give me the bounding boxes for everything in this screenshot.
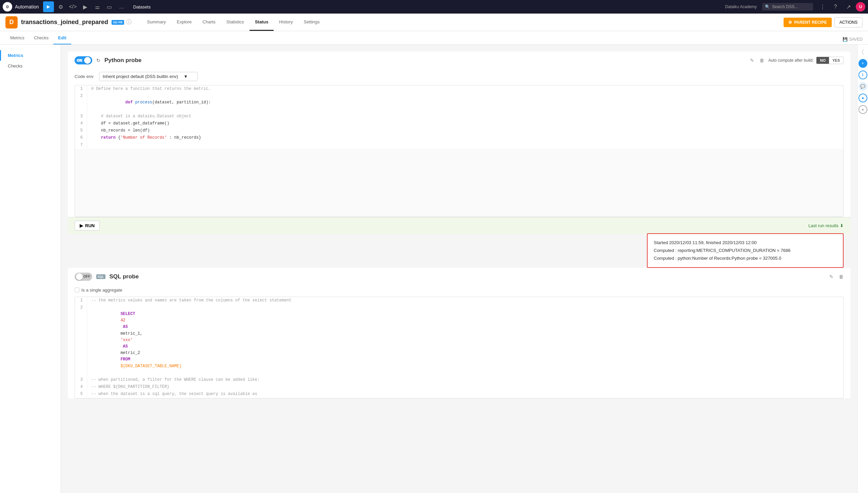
sql-badge: SQL: [96, 274, 105, 279]
chevron-down-icon: ▼: [183, 74, 188, 79]
user-avatar[interactable]: U: [856, 2, 865, 12]
grid-icon[interactable]: ⋮: [817, 1, 828, 12]
code-line-7: 7: [75, 142, 843, 149]
code-line-1: 1 # Define here a function that returns …: [75, 85, 843, 93]
delete-probe-icon[interactable]: 🗑: [760, 58, 764, 63]
tab-statistics[interactable]: Statistics: [221, 14, 250, 31]
result-line-2: Computed : reporting:METRICS_COMPUTATION…: [654, 246, 837, 254]
code-icon[interactable]: </>: [67, 1, 78, 12]
sql-line-4: 4 -- WHERE ${DKU_PARTITION_FILTER}: [75, 383, 843, 391]
arrow-down-icon: ⬇: [840, 223, 844, 228]
sql-probe-title: SQL probe: [110, 273, 824, 280]
results-popup: Started 2020/12/03 11:59, finished 2020/…: [647, 233, 844, 268]
app-logo: D: [3, 2, 12, 12]
gear-icon[interactable]: ⚙: [55, 1, 66, 12]
sql-probe-header: OFF SQL SQL probe ✎ 🗑: [68, 268, 850, 285]
play-icon[interactable]: ▶: [80, 1, 91, 12]
sub-tabs: Metrics Checks Edit 💾 SAVED: [0, 31, 868, 45]
yes-button[interactable]: YES: [829, 57, 843, 64]
right-sidebar-circle2-btn[interactable]: ●: [859, 105, 867, 114]
gdpr-badge: GD PR: [112, 20, 124, 25]
content-area: ON ↻ Python probe ✎ 🗑 Auto compute after…: [61, 45, 857, 493]
layers-icon[interactable]: ⚌: [92, 1, 103, 12]
python-probe-title: Python probe: [104, 57, 745, 64]
python-probe-header: ON ↻ Python probe ✎ 🗑 Auto compute after…: [68, 52, 850, 69]
python-probe-toggle[interactable]: ON: [75, 56, 92, 64]
dataset-header: D transactions_joined_prepared GD PR ⓘ S…: [0, 14, 868, 31]
right-sidebar-info-btn[interactable]: i: [859, 71, 867, 79]
sql-probe-toggle[interactable]: OFF: [75, 273, 92, 281]
sql-line-5: 5 -- when the dataset is a sql query, th…: [75, 391, 843, 398]
run-bar: ▶ RUN Last run results ⬇: [68, 217, 850, 234]
parent-recipe-button[interactable]: ⚙ PARENT RECIPE: [784, 18, 831, 27]
tab-charts[interactable]: Charts: [197, 14, 221, 31]
header-tabs: Summary Explore Charts Statistics Status…: [142, 14, 784, 31]
python-code-editor[interactable]: 1 # Define here a function that returns …: [75, 85, 844, 217]
sidebar-item-checks[interactable]: Checks: [0, 61, 61, 71]
edit-sql-probe-icon[interactable]: ✎: [829, 274, 833, 279]
main-layout: Metrics Checks ON ↻ Python probe ✎ 🗑 Aut…: [0, 45, 868, 493]
code-line-6: 6 return {'Number of Records' : nb_recor…: [75, 134, 843, 141]
recipe-icon: ⚙: [788, 20, 792, 25]
help-icon[interactable]: ?: [830, 1, 841, 12]
toggle-knob: [84, 57, 91, 64]
edit-probe-icon[interactable]: ✎: [750, 58, 754, 63]
code-empty-space: [75, 149, 843, 217]
run-button[interactable]: ▶ RUN: [75, 221, 100, 231]
right-sidebar-circle-btn[interactable]: ●: [859, 94, 867, 102]
right-sidebar-add-btn[interactable]: +: [859, 59, 867, 68]
actions-button[interactable]: ACTIONS: [834, 17, 863, 27]
auto-compute-label: Auto compute after build:: [768, 58, 813, 63]
delete-sql-probe-icon[interactable]: 🗑: [839, 274, 844, 279]
run-play-icon: ▶: [80, 223, 83, 228]
code-env-label: Code env: [75, 74, 94, 79]
more-icon[interactable]: …: [116, 1, 127, 12]
right-sidebar: 〈 + i 💬 ● ●: [857, 45, 868, 493]
info-icon[interactable]: ⓘ: [126, 19, 132, 26]
toggle-knob-off: [76, 273, 83, 280]
no-button[interactable]: NO: [816, 57, 829, 64]
code-line-5: 5 nb_records = len(df): [75, 127, 843, 134]
right-sidebar-chat-btn[interactable]: 💬: [859, 82, 867, 91]
single-aggregate-checkbox[interactable]: [75, 288, 79, 292]
tab-summary[interactable]: Summary: [142, 14, 172, 31]
tab-history[interactable]: History: [274, 14, 298, 31]
tab-status[interactable]: Status: [250, 14, 274, 31]
right-sidebar-collapse-btn[interactable]: 〈: [859, 47, 867, 56]
code-line-3: 3 # dataset is a dataiku.Dataset object: [75, 113, 843, 120]
subtab-metrics[interactable]: Metrics: [5, 35, 29, 44]
search-placeholder: Search DSS...: [772, 4, 798, 9]
last-run-results-button[interactable]: Last run results ⬇: [808, 223, 844, 228]
screen-icon[interactable]: ▭: [104, 1, 115, 12]
python-probe-card: ON ↻ Python probe ✎ 🗑 Auto compute after…: [68, 52, 850, 234]
sql-line-2: 2 SELECT 42 AS metric_1, 'xxx' AS metric…: [75, 304, 843, 376]
single-aggregate-row: Is a single aggregate: [68, 285, 850, 297]
code-line-2: 2 def process(dataset, partition_id):: [75, 93, 843, 113]
tab-explore[interactable]: Explore: [171, 14, 197, 31]
dataiku-academy-label: Dataiku Academy: [725, 4, 757, 9]
subtab-edit[interactable]: Edit: [53, 35, 71, 44]
tab-settings[interactable]: Settings: [298, 14, 325, 31]
refresh-icon[interactable]: ↻: [96, 58, 100, 63]
datasets-button[interactable]: Datasets: [130, 3, 154, 11]
dataset-logo: D: [5, 16, 18, 28]
auto-compute-section: Auto compute after build: NO YES: [768, 57, 844, 64]
search-box[interactable]: 🔍 Search DSS...: [762, 3, 813, 11]
sql-code-editor[interactable]: 1 -- the metrics values and names are ta…: [75, 297, 844, 398]
single-aggregate-label: Is a single aggregate: [81, 288, 122, 293]
trending-icon[interactable]: ↗: [843, 1, 854, 12]
sub-tabs-right: 💾 SAVED: [843, 37, 863, 44]
sidebar-item-metrics[interactable]: Metrics: [0, 50, 61, 61]
flow-icon[interactable]: ►: [43, 1, 54, 12]
left-sidebar: Metrics Checks: [0, 45, 61, 493]
header-actions: ⚙ PARENT RECIPE ACTIONS: [784, 17, 863, 27]
saved-label: 💾 SAVED: [843, 37, 863, 42]
code-env-row: Code env Inherit project default (DSS bu…: [68, 69, 850, 85]
top-nav: D Automation ► ⚙ </> ▶ ⚌ ▭ … Datasets Da…: [0, 0, 868, 14]
code-env-select[interactable]: Inherit project default (DSS builtin env…: [99, 72, 198, 81]
dataset-name: transactions_joined_prepared: [21, 19, 108, 26]
python-probe-wrapper: ON ↻ Python probe ✎ 🗑 Auto compute after…: [68, 52, 850, 234]
subtab-checks[interactable]: Checks: [29, 35, 53, 44]
sql-line-1: 1 -- the metrics values and names are ta…: [75, 297, 843, 304]
app-name: Automation: [15, 4, 39, 9]
